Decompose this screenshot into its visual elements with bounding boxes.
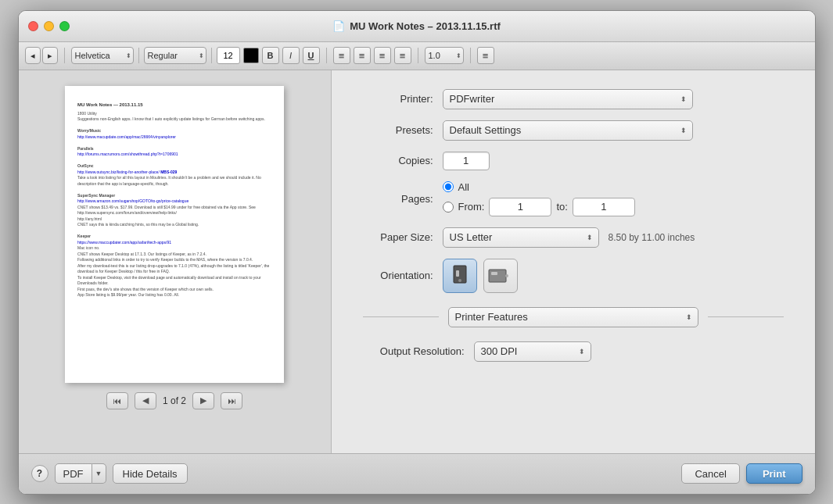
output-resolution-label: Output Resolution: bbox=[363, 345, 465, 357]
orientation-row: Orientation: bbox=[363, 259, 784, 293]
svg-rect-3 bbox=[489, 270, 506, 282]
printer-features-divider-row: Printer Features bbox=[363, 307, 784, 327]
divider-left bbox=[363, 316, 439, 317]
cancel-button[interactable]: Cancel bbox=[681, 463, 739, 484]
svg-point-1 bbox=[458, 279, 461, 282]
bottom-bar: ? PDF ▼ Hide Details Cancel Print bbox=[19, 453, 815, 494]
pdf-dropdown-button[interactable]: ▼ bbox=[92, 463, 106, 484]
justify-button[interactable]: ≡ bbox=[394, 47, 411, 64]
first-page-button[interactable]: ⏮ bbox=[106, 392, 128, 409]
output-resolution-select-wrapper: 300 DPI bbox=[474, 341, 591, 362]
minimize-button[interactable] bbox=[44, 21, 54, 31]
font-name-select[interactable]: Helvetica bbox=[71, 47, 134, 64]
printer-features-wrapper: Printer Features bbox=[448, 307, 698, 327]
font-style-wrapper: Regular bbox=[144, 47, 206, 64]
paper-size-select[interactable]: US Letter bbox=[443, 227, 599, 248]
copies-input[interactable] bbox=[443, 152, 490, 170]
preview-panel: MU Work Notes — 2013.11.15 1800 Utility … bbox=[19, 70, 332, 453]
pages-from-radio[interactable] bbox=[443, 202, 454, 213]
bold-button[interactable]: B bbox=[262, 47, 279, 64]
align-left-button[interactable]: ≡ bbox=[333, 47, 350, 64]
divider-right bbox=[708, 316, 784, 317]
paper-size-label: Paper Size: bbox=[363, 231, 433, 243]
presets-row: Presets: Default Settings bbox=[363, 120, 784, 141]
pdf-button[interactable]: PDF bbox=[55, 463, 92, 484]
title-bar: 📄 MU Work Notes – 2013.11.15.rtf bbox=[19, 11, 815, 42]
bottom-left-controls: ? PDF ▼ Hide Details bbox=[31, 463, 188, 484]
toolbar: ◂ ▸ Helvetica Regular B I U ≡ ≡ ≡ bbox=[19, 42, 815, 70]
printer-features-select[interactable]: Printer Features bbox=[448, 307, 698, 327]
paper-size-row: Paper Size: US Letter 8.50 by 11.00 inch… bbox=[363, 227, 784, 248]
paper-size-select-wrapper: US Letter bbox=[443, 227, 599, 248]
paper-size-desc: 8.50 by 11.00 inches bbox=[609, 232, 695, 243]
indent-group: ◂ ▸ bbox=[25, 47, 58, 64]
presets-label: Presets: bbox=[363, 124, 433, 136]
font-style-select[interactable]: Regular bbox=[144, 47, 206, 64]
toolbar-separator-4 bbox=[326, 48, 327, 63]
text-color-swatch[interactable] bbox=[243, 48, 259, 63]
window-title: 📄 MU Work Notes – 2013.11.15.rtf bbox=[332, 20, 501, 32]
indent-increase-button[interactable]: ▸ bbox=[42, 47, 58, 64]
toolbar-separator-1 bbox=[64, 48, 65, 63]
last-page-button[interactable]: ⏭ bbox=[221, 392, 242, 409]
pages-from-input[interactable] bbox=[489, 198, 551, 216]
toolbar-separator-3 bbox=[211, 48, 212, 63]
print-button[interactable]: Print bbox=[746, 463, 802, 484]
pages-label: Pages: bbox=[363, 193, 433, 205]
main-window: 📄 MU Work Notes – 2013.11.15.rtf ◂ ▸ Hel… bbox=[18, 10, 816, 495]
bottom-right-controls: Cancel Print bbox=[681, 463, 802, 484]
printer-select[interactable]: PDFwriter bbox=[443, 89, 693, 109]
pages-all-label: All bbox=[458, 181, 469, 193]
next-page-button[interactable]: ▶ bbox=[192, 392, 214, 409]
maximize-button[interactable] bbox=[59, 21, 70, 31]
indent-decrease-button[interactable]: ◂ bbox=[25, 47, 41, 64]
close-button[interactable] bbox=[28, 21, 38, 31]
page-preview: MU Work Notes — 2013.11.15 1800 Utility … bbox=[65, 86, 284, 383]
help-button[interactable]: ? bbox=[31, 465, 48, 482]
presets-select[interactable]: Default Settings bbox=[443, 120, 693, 141]
toolbar-separator-2 bbox=[138, 48, 139, 63]
toolbar-separator-5 bbox=[418, 48, 418, 63]
paper-size-control: US Letter 8.50 by 11.00 inches bbox=[443, 227, 695, 248]
pages-radio-group: All From: to: bbox=[443, 181, 635, 216]
printer-label: Printer: bbox=[363, 93, 433, 105]
pages-from-row: From: to: bbox=[443, 198, 635, 216]
printer-select-wrapper: PDFwriter bbox=[443, 89, 693, 109]
hide-details-button[interactable]: Hide Details bbox=[113, 463, 188, 484]
align-center-button[interactable]: ≡ bbox=[354, 47, 371, 64]
landscape-button[interactable] bbox=[483, 259, 518, 293]
line-spacing-wrapper: 1.0 bbox=[425, 47, 464, 64]
line-spacing-select[interactable]: 1.0 bbox=[425, 47, 464, 64]
page-indicator: 1 of 2 bbox=[163, 395, 186, 406]
main-content: MU Work Notes — 2013.11.15 1800 Utility … bbox=[19, 70, 815, 453]
preview-content: 1800 Utility Suggestions non-English app… bbox=[77, 111, 271, 298]
output-resolution-select[interactable]: 300 DPI bbox=[474, 341, 591, 362]
copies-row: Copies: bbox=[363, 152, 784, 170]
font-group: Helvetica Regular bbox=[71, 47, 240, 64]
pages-all-radio[interactable] bbox=[443, 181, 454, 192]
preview-title: MU Work Notes — 2013.11.15 bbox=[77, 102, 271, 108]
pages-from-label: From: bbox=[458, 201, 485, 213]
page-navigation: ⏮ ◀ 1 of 2 ▶ ⏭ bbox=[106, 392, 242, 409]
pages-all-row: All bbox=[443, 181, 635, 193]
settings-panel: Printer: PDFwriter Presets: Default Sett… bbox=[332, 70, 815, 453]
font-size-input[interactable] bbox=[217, 47, 240, 64]
presets-control: Default Settings bbox=[443, 120, 693, 141]
portrait-button[interactable] bbox=[443, 259, 477, 293]
prev-page-button[interactable]: ◀ bbox=[135, 392, 156, 409]
copies-label: Copies: bbox=[363, 155, 433, 166]
align-right-button[interactable]: ≡ bbox=[374, 47, 391, 64]
output-resolution-row: Output Resolution: 300 DPI bbox=[363, 341, 784, 362]
traffic-lights bbox=[28, 21, 70, 31]
printer-row: Printer: PDFwriter bbox=[363, 89, 784, 109]
italic-button[interactable]: I bbox=[282, 47, 300, 64]
underline-button[interactable]: U bbox=[303, 47, 320, 64]
svg-rect-2 bbox=[456, 270, 459, 277]
list-button[interactable]: ≡ bbox=[477, 47, 494, 64]
pages-to-label: to: bbox=[556, 201, 567, 213]
toolbar-separator-6 bbox=[470, 48, 471, 63]
orientation-group bbox=[443, 259, 518, 293]
pdf-btn-group: PDF ▼ bbox=[55, 463, 106, 484]
pages-to-input[interactable] bbox=[573, 198, 635, 216]
orientation-label: Orientation: bbox=[363, 270, 433, 281]
